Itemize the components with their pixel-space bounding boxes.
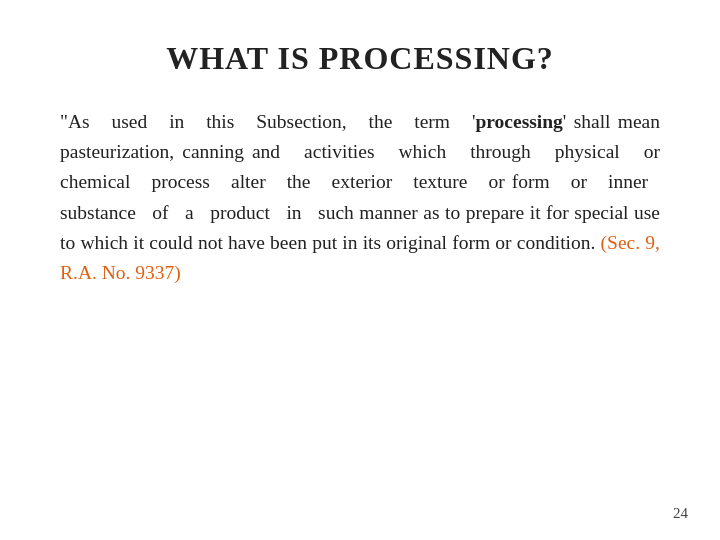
slide-number: 24	[673, 505, 688, 522]
slide-body: "As used in this Subsection, the term 'p…	[60, 107, 660, 500]
processing-bold: processing	[475, 111, 562, 132]
slide-title: WHAT IS PROCESSING?	[60, 40, 660, 77]
body-text-main: "As used in this Subsection, the term 'p…	[60, 111, 660, 253]
slide-container: WHAT IS PROCESSING? "As used in this Sub…	[0, 0, 720, 540]
